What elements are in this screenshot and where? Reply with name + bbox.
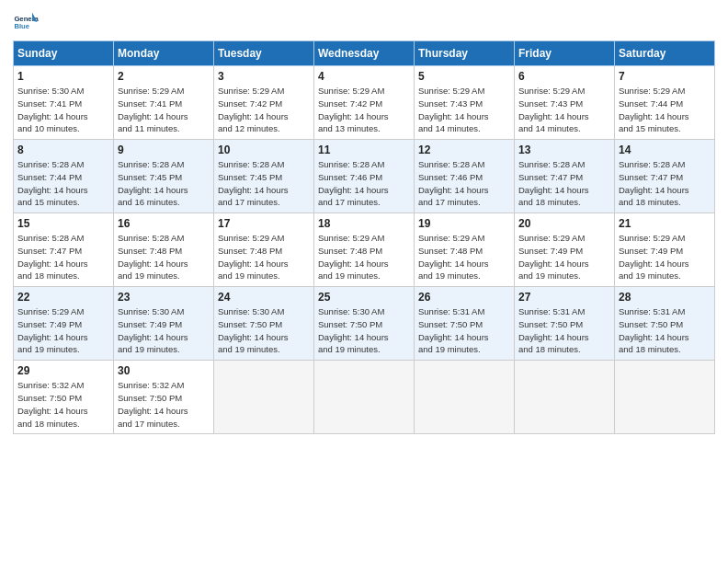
header: General Blue (13, 9, 715, 35)
calendar-day-cell: 2Sunrise: 5:29 AMSunset: 7:41 PMDaylight… (114, 66, 214, 140)
day-info: Sunrise: 5:28 AMSunset: 7:46 PMDaylight:… (318, 158, 410, 209)
calendar-week-row: 22Sunrise: 5:29 AMSunset: 7:49 PMDayligh… (14, 287, 715, 361)
calendar-day-cell: 3Sunrise: 5:29 AMSunset: 7:42 PMDaylight… (214, 66, 314, 140)
calendar-day-cell: 30Sunrise: 5:32 AMSunset: 7:50 PMDayligh… (114, 361, 214, 434)
calendar-day-cell: 5Sunrise: 5:29 AMSunset: 7:43 PMDaylight… (415, 66, 515, 140)
calendar-day-cell: 27Sunrise: 5:31 AMSunset: 7:50 PMDayligh… (515, 287, 615, 361)
day-number: 30 (118, 364, 210, 377)
day-info: Sunrise: 5:28 AMSunset: 7:45 PMDaylight:… (218, 158, 310, 209)
calendar-week-row: 8Sunrise: 5:28 AMSunset: 7:44 PMDaylight… (14, 140, 715, 213)
day-number: 18 (318, 217, 410, 230)
calendar-day-cell: 9Sunrise: 5:28 AMSunset: 7:45 PMDaylight… (114, 140, 214, 213)
page: General Blue SundayMondayTuesdayWednesda… (0, 0, 728, 563)
calendar-day-header: Wednesday (314, 41, 415, 66)
logo-icon: General Blue (13, 9, 39, 35)
calendar-day-cell: 15Sunrise: 5:28 AMSunset: 7:47 PMDayligh… (14, 213, 114, 287)
calendar-day-cell: 18Sunrise: 5:29 AMSunset: 7:48 PMDayligh… (314, 213, 415, 287)
day-info: Sunrise: 5:28 AMSunset: 7:47 PMDaylight:… (518, 158, 610, 209)
calendar-day-cell (515, 361, 615, 434)
calendar-day-cell: 23Sunrise: 5:30 AMSunset: 7:49 PMDayligh… (114, 287, 214, 361)
calendar-day-cell: 19Sunrise: 5:29 AMSunset: 7:48 PMDayligh… (415, 213, 515, 287)
day-info: Sunrise: 5:30 AMSunset: 7:50 PMDaylight:… (318, 305, 410, 356)
day-number: 29 (17, 364, 109, 377)
day-info: Sunrise: 5:29 AMSunset: 7:49 PMDaylight:… (17, 305, 109, 356)
calendar-week-row: 1Sunrise: 5:30 AMSunset: 7:41 PMDaylight… (14, 66, 715, 140)
day-number: 15 (17, 217, 109, 230)
calendar-day-cell: 8Sunrise: 5:28 AMSunset: 7:44 PMDaylight… (14, 140, 114, 213)
day-number: 21 (619, 217, 711, 230)
calendar-day-cell: 7Sunrise: 5:29 AMSunset: 7:44 PMDaylight… (615, 66, 715, 140)
day-info: Sunrise: 5:29 AMSunset: 7:49 PMDaylight:… (518, 232, 610, 282)
day-number: 12 (418, 144, 510, 156)
day-info: Sunrise: 5:29 AMSunset: 7:48 PMDaylight:… (418, 232, 510, 282)
calendar-day-cell: 22Sunrise: 5:29 AMSunset: 7:49 PMDayligh… (14, 287, 114, 361)
calendar-day-cell: 16Sunrise: 5:28 AMSunset: 7:48 PMDayligh… (114, 213, 214, 287)
calendar-day-cell: 29Sunrise: 5:32 AMSunset: 7:50 PMDayligh… (14, 361, 114, 434)
calendar-day-cell: 24Sunrise: 5:30 AMSunset: 7:50 PMDayligh… (214, 287, 314, 361)
calendar-day-cell: 25Sunrise: 5:30 AMSunset: 7:50 PMDayligh… (314, 287, 415, 361)
day-info: Sunrise: 5:30 AMSunset: 7:50 PMDaylight:… (218, 305, 310, 356)
day-number: 7 (619, 70, 711, 83)
day-info: Sunrise: 5:30 AMSunset: 7:41 PMDaylight:… (17, 85, 109, 135)
day-info: Sunrise: 5:29 AMSunset: 7:49 PMDaylight:… (619, 232, 711, 282)
day-info: Sunrise: 5:29 AMSunset: 7:42 PMDaylight:… (218, 85, 310, 135)
day-number: 2 (118, 70, 210, 83)
calendar-table: SundayMondayTuesdayWednesdayThursdayFrid… (13, 40, 715, 434)
calendar-day-header: Monday (114, 41, 214, 66)
day-number: 10 (218, 144, 310, 156)
calendar-day-cell: 20Sunrise: 5:29 AMSunset: 7:49 PMDayligh… (515, 213, 615, 287)
day-number: 25 (318, 291, 410, 304)
day-info: Sunrise: 5:28 AMSunset: 7:45 PMDaylight:… (118, 158, 210, 209)
day-number: 20 (518, 217, 610, 230)
calendar-day-cell: 1Sunrise: 5:30 AMSunset: 7:41 PMDaylight… (14, 66, 114, 140)
day-number: 28 (619, 291, 711, 304)
calendar-day-cell (214, 361, 314, 434)
day-info: Sunrise: 5:28 AMSunset: 7:48 PMDaylight:… (118, 232, 210, 282)
calendar-day-cell: 12Sunrise: 5:28 AMSunset: 7:46 PMDayligh… (415, 140, 515, 213)
calendar-day-header: Friday (515, 41, 615, 66)
calendar-day-header: Tuesday (214, 41, 314, 66)
calendar-day-cell: 6Sunrise: 5:29 AMSunset: 7:43 PMDaylight… (515, 66, 615, 140)
svg-text:Blue: Blue (14, 22, 29, 30)
day-number: 13 (518, 144, 610, 156)
calendar-day-cell (615, 361, 715, 434)
calendar-day-header: Thursday (415, 41, 515, 66)
calendar-week-row: 15Sunrise: 5:28 AMSunset: 7:47 PMDayligh… (14, 213, 715, 287)
day-number: 4 (318, 70, 410, 83)
day-number: 17 (218, 217, 310, 230)
calendar-day-header: Sunday (14, 41, 114, 66)
day-info: Sunrise: 5:29 AMSunset: 7:48 PMDaylight:… (318, 232, 410, 282)
day-number: 11 (318, 144, 410, 156)
day-number: 8 (17, 144, 109, 156)
day-info: Sunrise: 5:31 AMSunset: 7:50 PMDaylight:… (619, 305, 711, 356)
day-info: Sunrise: 5:31 AMSunset: 7:50 PMDaylight:… (418, 305, 510, 356)
day-number: 23 (118, 291, 210, 304)
logo: General Blue (13, 9, 39, 35)
day-number: 26 (418, 291, 510, 304)
day-number: 3 (218, 70, 310, 83)
calendar-day-cell: 11Sunrise: 5:28 AMSunset: 7:46 PMDayligh… (314, 140, 415, 213)
calendar-day-cell: 4Sunrise: 5:29 AMSunset: 7:42 PMDaylight… (314, 66, 415, 140)
day-info: Sunrise: 5:29 AMSunset: 7:43 PMDaylight:… (518, 85, 610, 135)
day-number: 5 (418, 70, 510, 83)
day-number: 6 (518, 70, 610, 83)
calendar-day-cell: 21Sunrise: 5:29 AMSunset: 7:49 PMDayligh… (615, 213, 715, 287)
day-info: Sunrise: 5:29 AMSunset: 7:41 PMDaylight:… (118, 85, 210, 135)
day-number: 16 (118, 217, 210, 230)
calendar-day-header: Saturday (615, 41, 715, 66)
calendar-day-cell: 13Sunrise: 5:28 AMSunset: 7:47 PMDayligh… (515, 140, 615, 213)
day-info: Sunrise: 5:31 AMSunset: 7:50 PMDaylight:… (518, 305, 610, 356)
day-info: Sunrise: 5:28 AMSunset: 7:46 PMDaylight:… (418, 158, 510, 209)
day-info: Sunrise: 5:30 AMSunset: 7:49 PMDaylight:… (118, 305, 210, 356)
calendar-day-cell: 26Sunrise: 5:31 AMSunset: 7:50 PMDayligh… (415, 287, 515, 361)
day-number: 24 (218, 291, 310, 304)
day-info: Sunrise: 5:29 AMSunset: 7:43 PMDaylight:… (418, 85, 510, 135)
calendar-day-cell (314, 361, 415, 434)
calendar-day-cell (415, 361, 515, 434)
day-number: 22 (17, 291, 109, 304)
day-number: 27 (518, 291, 610, 304)
day-number: 14 (619, 144, 711, 156)
calendar-header-row: SundayMondayTuesdayWednesdayThursdayFrid… (14, 41, 715, 66)
calendar-day-cell: 14Sunrise: 5:28 AMSunset: 7:47 PMDayligh… (615, 140, 715, 213)
day-info: Sunrise: 5:28 AMSunset: 7:47 PMDaylight:… (619, 158, 711, 209)
